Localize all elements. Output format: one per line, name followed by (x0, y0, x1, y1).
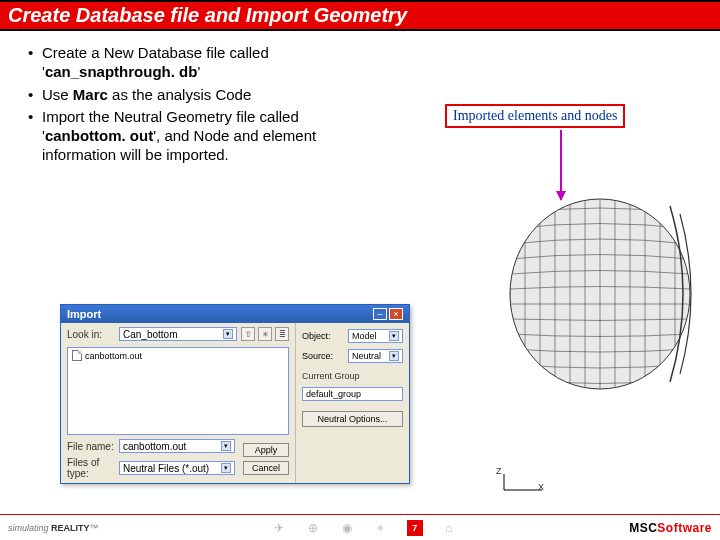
bullet-text: as the analysis Code (108, 86, 251, 103)
bullet-item: Create a New Database file called 'can_s… (28, 44, 380, 82)
bullet-bold: Marc (73, 86, 108, 103)
bullet-text: Use (42, 86, 73, 103)
chevron-down-icon[interactable]: ▾ (221, 441, 231, 451)
axis-z: Z (496, 466, 502, 476)
filename-input[interactable]: canbottom.out ▾ (119, 439, 235, 453)
import-dialog: Import – × Look in: Can_bottom ▾ ⇧ ✳ ≣ (60, 304, 410, 484)
view-menu-icon[interactable]: ≣ (275, 327, 289, 341)
chevron-down-icon[interactable]: ▾ (221, 463, 231, 473)
bullet-bold: can_snapthrough. db (45, 63, 198, 80)
slide-footer: simulating REALITY™ ✈ ⊕ ◉ ⌖ 7 ⌂ MSCSoftw… (0, 514, 720, 540)
axis-x: X (538, 482, 544, 492)
group-value: default_group (306, 389, 361, 399)
slide-content: Create a New Database file called 'can_s… (0, 34, 720, 514)
object-select[interactable]: Model ▾ (348, 329, 403, 343)
new-folder-icon[interactable]: ✳ (258, 327, 272, 341)
lookin-value: Can_bottom (123, 329, 177, 340)
file-item[interactable]: canbottom.out (72, 350, 284, 361)
filetype-combo[interactable]: Neutral Files (*.out) ▾ (119, 461, 235, 475)
bullet-item: Import the Neutral Geometry file called … (28, 108, 380, 164)
bullet-item: Use Marc as the analysis Code (28, 86, 380, 105)
filename-value: canbottom.out (123, 441, 186, 452)
neutral-options-button[interactable]: Neutral Options... (302, 411, 403, 427)
up-folder-icon[interactable]: ⇧ (241, 327, 255, 341)
footer-brand: MSCSoftware (629, 521, 712, 535)
footer-glyph-row: ✈ ⊕ ◉ ⌖ 7 ⌂ (99, 520, 630, 536)
slide-title-bar: Create Database file and Import Geometry (0, 0, 720, 31)
callout-label: Imported elements and nodes (445, 104, 625, 128)
source-label: Source: (302, 351, 344, 361)
glyph-icon: ✈ (271, 520, 287, 536)
axis-indicator: Z X (498, 472, 548, 498)
chevron-down-icon[interactable]: ▾ (389, 351, 399, 361)
bullet-list: Create a New Database file called 'can_s… (0, 34, 380, 165)
file-name: canbottom.out (85, 351, 142, 361)
filetype-label: Files of type: (67, 457, 115, 479)
dialog-title: Import (67, 305, 371, 323)
glyph-icon: ◉ (339, 520, 355, 536)
lookin-combo[interactable]: Can_bottom ▾ (119, 327, 237, 341)
filetype-value: Neutral Files (*.out) (123, 463, 209, 474)
glyph-icon: ⌖ (373, 520, 389, 536)
callout-arrow (560, 130, 562, 200)
dialog-titlebar: Import – × (61, 305, 409, 323)
slide-title: Create Database file and Import Geometry (8, 4, 712, 27)
tag-bold: REALITY (51, 523, 90, 533)
source-select[interactable]: Neutral ▾ (348, 349, 403, 363)
source-value: Neutral (352, 351, 381, 361)
file-list[interactable]: canbottom.out (67, 347, 289, 435)
footer-tagline: simulating REALITY™ (8, 523, 99, 533)
glyph-icon: ⌂ (441, 520, 457, 536)
group-field[interactable]: default_group (302, 387, 403, 401)
brand-red: Software (657, 521, 712, 535)
object-label: Object: (302, 331, 344, 341)
bullet-bold: canbottom. out (45, 127, 153, 144)
file-icon (72, 350, 82, 361)
tag-italic: simulating (8, 523, 49, 533)
filename-label: File name: (67, 441, 115, 452)
close-button[interactable]: × (389, 308, 403, 320)
apply-button[interactable]: Apply (243, 443, 289, 457)
lookin-label: Look in: (67, 329, 115, 340)
brand-pre: MSC (629, 521, 657, 535)
bullet-text: ' (197, 63, 200, 80)
tag-tm: ™ (90, 523, 99, 533)
group-label: Current Group (302, 371, 403, 381)
page-number: 7 (407, 520, 423, 536)
minimize-button[interactable]: – (373, 308, 387, 320)
cancel-button[interactable]: Cancel (243, 461, 289, 475)
chevron-down-icon[interactable]: ▾ (223, 329, 233, 339)
glyph-icon: ⊕ (305, 520, 321, 536)
mesh-graphic (470, 194, 700, 394)
object-value: Model (352, 331, 377, 341)
chevron-down-icon[interactable]: ▾ (389, 331, 399, 341)
